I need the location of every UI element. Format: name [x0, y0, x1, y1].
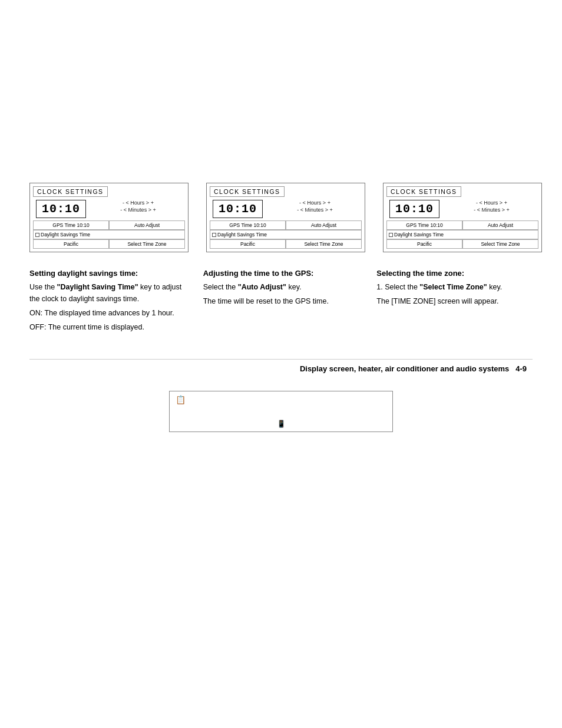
- desc-tz-title-text: Selecting the time zone:: [376, 269, 464, 278]
- desc-dst: Setting daylight savings time: Use the "…: [29, 269, 186, 335]
- note-corner-icon: 📋: [176, 395, 186, 404]
- footer-text: Display screen, heater, air conditioner …: [300, 364, 509, 373]
- dst-cell-dst: Daylight Savings Time: [33, 230, 185, 239]
- desc-gps: Adjusting the time to the GPS: Select th…: [203, 269, 359, 335]
- clock-title-tz: CLOCK SETTINGS: [386, 186, 461, 197]
- desc-dst-p2: ON: The displayed time advances by 1 hou…: [29, 307, 186, 319]
- dst-label-tz: Daylight Savings Time: [394, 232, 444, 238]
- bottom-note-area: 📋 📱: [29, 391, 533, 432]
- desc-dst-title-text: Setting daylight savings time:: [29, 269, 138, 278]
- clock-title-gps: CLOCK SETTINGS: [210, 186, 285, 197]
- minutes-label-tz: - < Minutes > +: [445, 207, 538, 213]
- clock-main-gps: 10:10 - < Hours > + - < Minutes > +: [210, 200, 362, 220]
- clock-panel-dst: CLOCK SETTINGS 10:10 - < Hours > + - < M…: [29, 183, 189, 252]
- desc-tz: Selecting the time zone: 1. Select the "…: [376, 269, 533, 335]
- desc-gps-title-text: Adjusting the time to the GPS:: [203, 269, 314, 278]
- dst-row-dst: Daylight Savings Time: [33, 230, 185, 239]
- clock-right-dst: - < Hours > + - < Minutes > +: [91, 200, 185, 220]
- clock-left-dst: 10:10: [33, 200, 89, 220]
- tz-row-tz: Pacific Select Time Zone: [386, 239, 538, 249]
- clock-time-tz: 10:10: [389, 200, 439, 218]
- clock-right-tz: - < Hours > + - < Minutes > +: [445, 200, 538, 220]
- auto-adjust-dst: Auto Adjust: [109, 220, 185, 230]
- hours-label-tz: - < Hours > +: [445, 200, 538, 206]
- page-footer: Display screen, heater, air conditioner …: [29, 359, 533, 373]
- minutes-label-dst: - < Minutes > +: [91, 207, 185, 213]
- desc-dst-body: Use the "Daylight Saving Time" key to ad…: [29, 281, 186, 333]
- page-content: CLOCK SETTINGS 10:10 - < Hours > + - < M…: [0, 0, 562, 450]
- pacific-tz: Pacific: [386, 239, 462, 249]
- note-center-icon: 📱: [176, 420, 386, 428]
- clock-time-gps: 10:10: [213, 200, 263, 218]
- dst-checkbox-gps: [212, 233, 216, 237]
- gps-cell-tz: GPS Time 10:10: [386, 220, 462, 230]
- pacific-dst: Pacific: [33, 239, 109, 249]
- clock-panel-tz: CLOCK SETTINGS 10:10 - < Hours > + - < M…: [383, 183, 542, 252]
- descriptions-row: Setting daylight savings time: Use the "…: [29, 269, 533, 335]
- clock-time-dst: 10:10: [36, 200, 86, 218]
- desc-gps-p2: The time will be reset to the GPS time.: [203, 295, 359, 307]
- dst-checkbox-tz: [389, 233, 393, 237]
- gps-row-dst: GPS Time 10:10 Auto Adjust: [33, 220, 185, 230]
- desc-dst-title: Setting daylight savings time:: [29, 269, 186, 278]
- dst-label-gps: Daylight Savings Time: [217, 232, 267, 238]
- desc-dst-p1: Use the "Daylight Saving Time" key to ad…: [29, 281, 186, 305]
- minutes-label-gps: - < Minutes > +: [268, 207, 362, 213]
- select-tz-dst: Select Time Zone: [109, 239, 185, 249]
- desc-gps-p1: Select the "Auto Adjust" key.: [203, 281, 359, 293]
- select-tz-gps: Select Time Zone: [286, 239, 362, 249]
- auto-adjust-tz: Auto Adjust: [462, 220, 538, 230]
- desc-tz-body: 1. Select the "Select Time Zone" key. Th…: [376, 281, 533, 307]
- dst-row-gps: Daylight Savings Time: [210, 230, 362, 239]
- clock-left-gps: 10:10: [210, 200, 266, 220]
- gps-cell-gps: GPS Time 10:10: [210, 220, 286, 230]
- clock-main-tz: 10:10 - < Hours > + - < Minutes > +: [386, 200, 538, 220]
- desc-gps-title: Adjusting the time to the GPS:: [203, 269, 359, 278]
- desc-tz-title: Selecting the time zone:: [376, 269, 533, 278]
- auto-adjust-gps: Auto Adjust: [286, 220, 362, 230]
- dst-label-dst: Daylight Savings Time: [41, 232, 90, 238]
- clock-main-dst: 10:10 - < Hours > + - < Minutes > +: [33, 200, 185, 220]
- screenshot-tz: CLOCK SETTINGS 10:10 - < Hours > + - < M…: [383, 183, 542, 258]
- hours-label-gps: - < Hours > +: [268, 200, 362, 206]
- desc-tz-p2: The [TIME ZONE] screen will appear.: [376, 295, 533, 307]
- tz-row-gps: Pacific Select Time Zone: [210, 239, 362, 249]
- hours-label-dst: - < Hours > +: [91, 200, 185, 206]
- top-spacer: [29, 18, 533, 183]
- dst-cell-tz: Daylight Savings Time: [386, 230, 538, 239]
- note-icon-row: 📋: [176, 395, 386, 404]
- tz-row-dst: Pacific Select Time Zone: [33, 239, 185, 249]
- gps-row-gps: GPS Time 10:10 Auto Adjust: [210, 220, 362, 230]
- gps-cell-dst: GPS Time 10:10: [33, 220, 109, 230]
- screenshot-dst: CLOCK SETTINGS 10:10 - < Hours > + - < M…: [29, 183, 189, 258]
- desc-gps-body: Select the "Auto Adjust" key. The time w…: [203, 281, 359, 307]
- clock-left-tz: 10:10: [386, 200, 442, 220]
- clock-title-dst: CLOCK SETTINGS: [33, 186, 108, 197]
- select-tz-tz: Select Time Zone: [462, 239, 538, 249]
- dst-row-tz: Daylight Savings Time: [386, 230, 538, 239]
- dst-checkbox-dst: [35, 233, 39, 237]
- gps-row-tz: GPS Time 10:10 Auto Adjust: [386, 220, 538, 230]
- footer-page-number: 4-9: [515, 364, 527, 373]
- clock-panel-gps: CLOCK SETTINGS 10:10 - < Hours > + - < M…: [206, 183, 365, 252]
- desc-tz-p1: 1. Select the "Select Time Zone" key.: [376, 281, 533, 293]
- screenshots-row: CLOCK SETTINGS 10:10 - < Hours > + - < M…: [29, 183, 533, 258]
- screenshot-gps: CLOCK SETTINGS 10:10 - < Hours > + - < M…: [206, 183, 365, 258]
- pacific-gps: Pacific: [210, 239, 286, 249]
- dst-cell-gps: Daylight Savings Time: [210, 230, 362, 239]
- note-box: 📋 📱: [169, 391, 393, 432]
- clock-right-gps: - < Hours > + - < Minutes > +: [268, 200, 362, 220]
- desc-dst-p3: OFF: The current time is displayed.: [29, 321, 186, 333]
